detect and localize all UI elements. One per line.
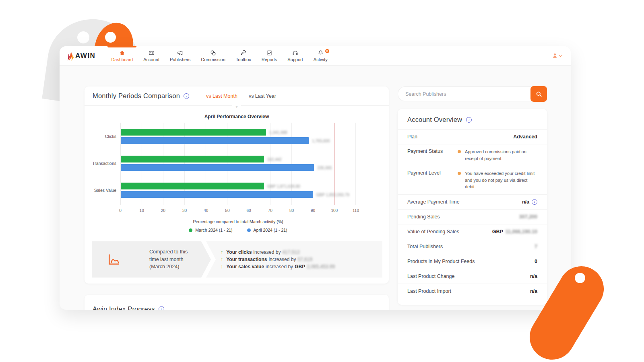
- tab-vs-last-year[interactable]: vs Last Year: [249, 93, 276, 99]
- user-menu[interactable]: [552, 53, 562, 59]
- collapse-caret-icon[interactable]: ▾: [232, 104, 241, 109]
- currency-prefix: GBP: [492, 229, 503, 234]
- comparison-item-sales: ↑ Your sales value increased by GBP 2,06…: [221, 264, 335, 269]
- nav-label: Commission: [201, 57, 225, 62]
- row-value: 0: [535, 259, 537, 264]
- comparison-subject: Your clicks: [226, 249, 252, 255]
- info-icon[interactable]: i: [184, 93, 189, 99]
- bell-icon: [318, 50, 324, 56]
- home-icon: [119, 50, 125, 56]
- row-payment-status: Payment Status Approved commissions paid…: [398, 144, 547, 166]
- row-value: You have exceeded your credit limit and …: [465, 170, 537, 190]
- row-pending-sales: Pending Sales 307,200: [398, 210, 547, 224]
- bar-chart-plot: Clicks 1,341,988 1,765,600 Transactions …: [120, 123, 356, 205]
- info-icon[interactable]: i: [532, 199, 537, 205]
- row-label: Average Payment Time: [407, 199, 460, 205]
- row-payment-level: Payment Level You have exceeded your cre…: [398, 166, 547, 195]
- legend-dot-april: [247, 228, 251, 232]
- awin-flame-icon: [66, 50, 74, 61]
- row-label: Plan: [407, 134, 417, 140]
- chart-legend: March 2024 (1 - 21) April 2024 (1 - 21): [120, 228, 356, 232]
- row-label: Last Product Import: [407, 288, 451, 294]
- bar-march-clicks[interactable]: [121, 129, 266, 136]
- bar-value: GBP 1,892,093.79: [316, 192, 349, 197]
- comparison-subject: Your transactions: [226, 257, 267, 262]
- bar-april-sales[interactable]: [121, 191, 313, 198]
- info-icon[interactable]: i: [466, 117, 472, 123]
- info-icon[interactable]: i: [159, 306, 164, 310]
- nav-label: Publishers: [170, 57, 190, 62]
- nav-item-reports[interactable]: Reports: [256, 46, 283, 66]
- bar-value: 162,442: [267, 157, 282, 161]
- category-label: Sales Value: [83, 183, 116, 198]
- bar-group-sales-value: Sales Value GBP 1,871,639.80 GBP 1,892,0…: [121, 183, 356, 200]
- report-chart-icon: [266, 50, 272, 56]
- nav-item-account[interactable]: Account: [138, 46, 165, 66]
- nav-item-publishers[interactable]: Publishers: [165, 46, 196, 66]
- row-label: Pending Sales: [407, 214, 440, 220]
- user-icon: [552, 53, 558, 59]
- nav-label: Activity: [314, 57, 328, 62]
- strip-note-block: Compared to this time last month (March …: [92, 241, 211, 278]
- x-tick: 40: [204, 208, 208, 213]
- account-overview-card: Account Overview i Plan Advanced Payment…: [398, 109, 547, 305]
- monthly-card-header: Monthly Periods Comparison i vs Last Mon…: [85, 86, 389, 106]
- awin-index-title: Awin Index Progress: [93, 305, 155, 310]
- search-icon: [536, 91, 542, 97]
- bar-april-clicks[interactable]: [121, 137, 309, 144]
- x-tick: 10: [140, 208, 144, 213]
- activity-badge: 0: [325, 49, 329, 53]
- bar-value: GBP 1,871,639.80: [267, 184, 300, 188]
- comparison-value: 2,065,453.99: [307, 264, 335, 269]
- nav-item-commission[interactable]: Commission: [196, 46, 231, 66]
- comparison-note: Compared to this time last month (March …: [149, 248, 197, 271]
- nav-item-activity[interactable]: 0 Activity: [308, 46, 333, 66]
- row-plan: Plan Advanced: [398, 130, 547, 144]
- decorative-capsule-hole: [575, 273, 585, 283]
- bar-value: 235,065: [317, 165, 332, 170]
- row-value: n/a: [530, 274, 537, 279]
- nav-item-dashboard[interactable]: Dashboard: [106, 46, 138, 66]
- row-products-in-feeds: Products in My Product Feeds 0: [398, 254, 547, 269]
- search-input[interactable]: [398, 86, 547, 101]
- nav-item-support[interactable]: Support: [282, 46, 308, 66]
- row-average-payment-time: Average Payment Time n/ai: [398, 195, 547, 210]
- bar-group-transactions: Transactions 162,442 235,065: [121, 156, 356, 173]
- decorative-orange-pin-hole: [105, 32, 116, 43]
- legend-item-march: March 2024 (1 - 21): [189, 228, 232, 232]
- awin-logo[interactable]: AWIN: [66, 50, 95, 61]
- x-tick: 80: [289, 208, 294, 213]
- legend-label: April 2024 (1 - 21): [254, 228, 287, 232]
- page: AWIN Dashboard Account Publishers Comm: [0, 0, 644, 362]
- comparison-strip: Compared to this time last month (March …: [92, 241, 382, 278]
- legend-label: March 2024 (1 - 21): [195, 228, 232, 232]
- legend-dot-march: [189, 228, 192, 232]
- tab-vs-last-month[interactable]: vs Last Month: [206, 93, 237, 99]
- awin-index-card: Awin Index Progress i: [85, 295, 389, 310]
- row-value: 7: [535, 244, 537, 249]
- wrench-icon: [240, 50, 246, 56]
- row-total-publishers: Total Publishers 7: [398, 239, 547, 254]
- row-value: 11,066,190.10: [506, 229, 537, 234]
- nav-item-toolbox[interactable]: Toolbox: [231, 46, 256, 66]
- category-label: Clicks: [83, 129, 116, 144]
- publisher-search: [398, 86, 547, 101]
- search-button[interactable]: [530, 86, 547, 102]
- row-last-product-change: Last Product Change n/a: [398, 269, 547, 284]
- comparison-text: increased by: [268, 257, 296, 262]
- x-tick: 30: [182, 208, 187, 213]
- bar-march-sales[interactable]: [121, 183, 264, 189]
- bar-april-transactions[interactable]: [121, 164, 314, 171]
- app-window: AWIN Dashboard Account Publishers Comm: [60, 46, 571, 310]
- bar-value: 1,765,600: [312, 138, 330, 143]
- account-overview-title: Account Overview: [407, 116, 462, 123]
- x-tick: 20: [161, 208, 165, 213]
- category-label: Transactions: [83, 156, 116, 171]
- comparison-subject: Your sales value: [226, 264, 264, 269]
- bar-march-transactions[interactable]: [121, 156, 264, 162]
- up-arrow-icon: ↑: [221, 249, 223, 255]
- comparison-items: ↑ Your clicks increased by 417,512 ↑ You…: [221, 248, 335, 271]
- comparison-item-transactions: ↑ Your transactions increased by 57,619: [221, 257, 335, 262]
- x-tick: 0: [119, 208, 122, 213]
- comparison-item-clicks: ↑ Your clicks increased by 417,512: [221, 249, 335, 255]
